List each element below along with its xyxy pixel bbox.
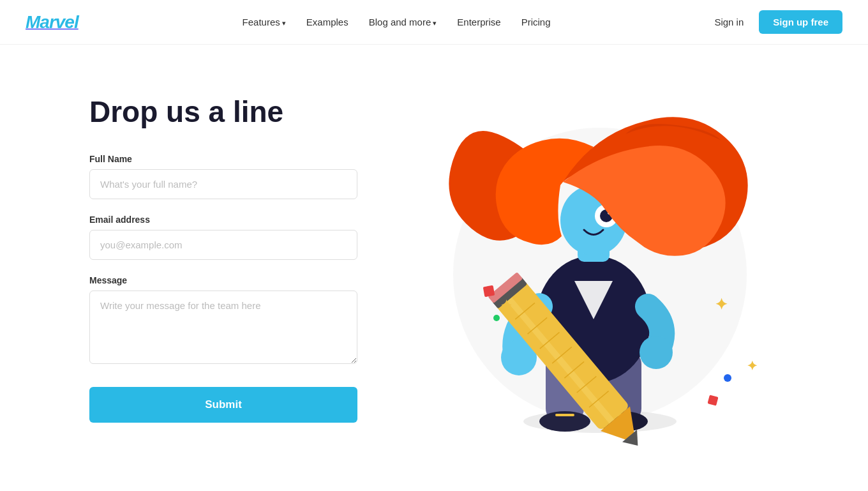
message-textarea[interactable] [89,291,357,364]
submit-button[interactable]: Submit [89,387,357,423]
hero-illustration: ✦ ✦ ✦ [402,83,772,453]
full-name-input[interactable] [89,169,357,199]
illustration-section: ✦ ✦ ✦ [357,83,817,453]
logo[interactable]: Marvel [26,12,79,33]
page-title: Drop us a line [89,96,357,128]
nav-features[interactable]: Features [243,17,286,27]
signin-link[interactable]: Sign in [714,17,744,27]
signup-button[interactable]: Sign up free [759,10,842,34]
nav-pricing[interactable]: Pricing [521,17,551,27]
svg-rect-32 [707,395,718,405]
contact-form-section: Drop us a line Full Name Email address M… [89,83,357,423]
nav-blog[interactable]: Blog and more [369,17,437,27]
main-content: Drop us a line Full Name Email address M… [0,45,868,491]
full-name-group: Full Name [89,154,357,199]
svg-rect-6 [555,414,574,416]
email-label: Email address [89,215,357,225]
nav-enterprise[interactable]: Enterprise [457,17,500,27]
email-group: Email address [89,215,357,260]
message-group: Message [89,275,357,366]
nav-examples[interactable]: Examples [306,17,348,27]
svg-text:✦: ✦ [747,359,758,373]
email-input[interactable] [89,230,357,260]
svg-text:✦: ✦ [715,296,728,313]
full-name-label: Full Name [89,154,357,164]
navbar: Marvel Features Examples Blog and more E… [0,0,868,45]
message-label: Message [89,275,357,285]
svg-point-37 [493,315,500,321]
svg-point-33 [724,374,731,382]
svg-text:✦: ✦ [500,298,512,313]
svg-rect-36 [483,285,495,298]
nav-links: Features Examples Blog and more Enterpri… [243,17,551,28]
svg-point-10 [640,336,673,369]
